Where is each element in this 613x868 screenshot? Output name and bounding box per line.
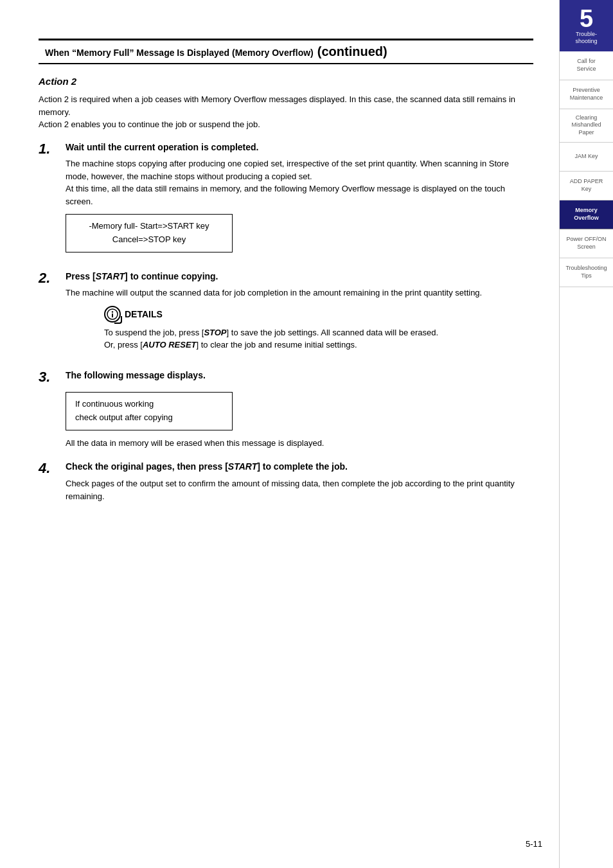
step-3-content: The following message displays. If conti… [66, 369, 533, 450]
step-4-heading: Check the original pages, then press [ST… [66, 461, 533, 474]
sidebar-item-label-memory: MemoryOverflow [574, 207, 599, 222]
step-2-heading-prefix: Press [ [66, 271, 96, 281]
step-3-msg-line2: check output after copying [75, 411, 223, 425]
sidebar-item-jam-key[interactable]: JAM Key [560, 143, 613, 172]
action-desc1: Action 2 is required when a job ceases w… [39, 93, 533, 131]
step-3-body: All the data in memory will be erased wh… [66, 437, 533, 450]
step-2-number: 2. [39, 270, 58, 286]
step-1-messagebox: -Memory full- Start=>START key Cancel=>S… [66, 214, 233, 252]
details-line1-prefix: To suspend the job, press [ [104, 328, 204, 337]
details-line1-key: STOP [204, 328, 226, 337]
svg-point-1 [112, 311, 113, 312]
sidebar-item-label-tips: TroubleshootingTips [565, 265, 607, 279]
sidebar-item-troubleshooting-tips[interactable]: TroubleshootingTips [560, 258, 613, 287]
page-header: When “Memory Full” Message Is Displayed … [39, 39, 533, 64]
step-3-heading: The following message displays. [66, 369, 533, 382]
header-title: When “Memory Full” Message Is Displayed … [45, 48, 314, 58]
step-4-heading-suffix: ] to complete the job. [257, 461, 348, 472]
sidebar-item-call-for-service[interactable]: Call forService [560, 51, 613, 80]
sidebar-item-add-paper[interactable]: ADD PAPERKey [560, 172, 613, 200]
step-2-content: Press [START] to continue copying. The m… [66, 270, 533, 358]
step-3-messagebox: If continuous working check output after… [66, 392, 233, 430]
details-text: To suspend the job, press [STOP] to save… [104, 326, 533, 351]
sidebar-item-preventive-maintenance[interactable]: PreventiveMaintenance [560, 80, 613, 109]
sidebar-chapter-tab: 5 Trouble-shooting [560, 0, 613, 51]
sidebar-item-label-add-paper: ADD PAPERKey [570, 178, 603, 193]
sidebar-item-label-jam: JAM Key [574, 153, 598, 161]
step-3-msg-line1: If continuous working [75, 398, 223, 411]
details-header: DETAILS [104, 306, 533, 323]
main-content: When “Memory Full” Message Is Displayed … [0, 0, 559, 868]
step-4: 4. Check the original pages, then press … [39, 461, 533, 502]
step-4-heading-key: START [228, 461, 257, 472]
step-4-heading-prefix: Check the original pages, then press [ [66, 461, 228, 472]
details-label: DETAILS [125, 309, 163, 319]
step-1-msg-line1: -Memory full- Start=>START key [75, 220, 223, 233]
step-1-number: 1. [39, 141, 58, 157]
step-2-body: The machine will output the scanned data… [66, 287, 533, 299]
step-2-heading-suffix: ] to continue copying. [125, 271, 218, 281]
step-2-heading-key: START [96, 271, 125, 281]
action-title: Action 2 [39, 76, 533, 87]
sidebar: 5 Trouble-shooting Call forService Preve… [559, 0, 613, 868]
details-icon [104, 306, 121, 323]
sidebar-item-label-power: Power OFF/ONScreen [566, 236, 606, 251]
page-number: 5-11 [526, 839, 542, 849]
details-block: DETAILS To suspend the job, press [STOP]… [104, 306, 533, 351]
sidebar-chapter-label: Trouble-shooting [575, 31, 597, 45]
step-3-number: 3. [39, 369, 58, 385]
step-3: 3. The following message displays. If co… [39, 369, 533, 450]
sidebar-item-label-call-service: Call forService [576, 58, 596, 73]
step-1-content: Wait until the current operation is comp… [66, 141, 533, 259]
step-4-number: 4. [39, 461, 58, 476]
details-line2-prefix: Or, press [ [104, 340, 143, 350]
svg-rect-2 [112, 314, 113, 317]
step-2-heading: Press [START] to continue copying. [66, 270, 533, 283]
sidebar-item-label-prev-maint: PreventiveMaintenance [570, 87, 603, 102]
sidebar-item-power-off-on[interactable]: Power OFF/ONScreen [560, 229, 613, 258]
details-line1-suffix: ] to save the job settings. All scanned … [227, 328, 439, 337]
step-1-msg-line2: Cancel=>STOP key [75, 233, 223, 247]
details-line2-suffix: ] to clear the job and resume initial se… [197, 340, 357, 350]
step-4-content: Check the original pages, then press [ST… [66, 461, 533, 502]
details-line2-key: AUTO RESET [143, 340, 197, 350]
sidebar-item-clearing-paper[interactable]: ClearingMishandledPaper [560, 109, 613, 143]
sidebar-item-memory-overflow[interactable]: MemoryOverflow [560, 200, 613, 229]
step-4-body: Check pages of the output set to confirm… [66, 477, 533, 502]
sidebar-chapter-number: 5 [580, 6, 593, 31]
header-continued: (continued) [317, 44, 387, 59]
step-1: 1. Wait until the current operation is c… [39, 141, 533, 259]
step-1-heading: Wait until the current operation is comp… [66, 141, 533, 154]
step-2: 2. Press [START] to continue copying. Th… [39, 270, 533, 358]
sidebar-item-label-clearing: ClearingMishandledPaper [571, 114, 601, 137]
step-1-body: The machine stops copying after producin… [66, 157, 533, 208]
